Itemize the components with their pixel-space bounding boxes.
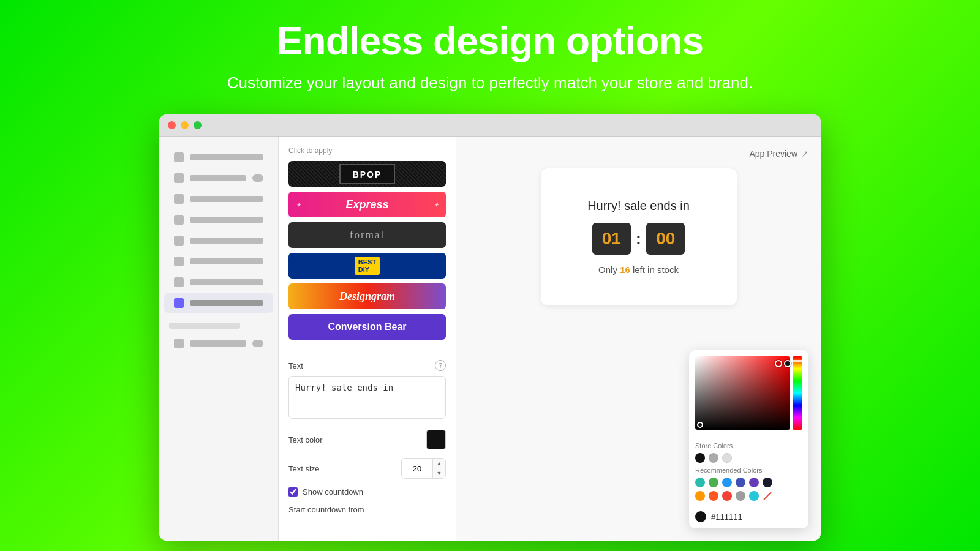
browser-window: Click to apply BPOP Express formal <box>159 114 821 541</box>
countdown-minutes: 00 <box>646 223 685 255</box>
gradient-saturation[interactable] <box>695 356 790 430</box>
recommended-colors-row-1 <box>695 478 802 487</box>
sidebar-label-apps <box>190 300 263 306</box>
sidebar-item-discounts[interactable] <box>164 272 273 292</box>
color-picker-gradient-area[interactable] <box>695 356 802 436</box>
text-size-input[interactable]: 20 <box>402 460 432 477</box>
number-down-arrow[interactable]: ▼ <box>433 468 445 478</box>
stock-prefix: Only <box>598 264 617 275</box>
store-color-black[interactable] <box>695 453 705 463</box>
sidebar-label-analytics <box>190 238 263 244</box>
preview-card: Hurry! sale ends in 01 : 00 Only 16 left… <box>541 168 737 305</box>
rec-color-green[interactable] <box>709 478 718 487</box>
text-size-label: Text size <box>288 464 320 473</box>
color-swatch[interactable] <box>426 430 446 449</box>
click-to-apply-label: Click to apply <box>279 137 456 161</box>
text-field-label: Text ? <box>288 360 446 371</box>
app-preview-link[interactable]: App Preview ↗ <box>749 149 809 159</box>
orders-icon <box>174 173 184 183</box>
rec-color-purple[interactable] <box>749 478 759 487</box>
text-color-label: Text color <box>288 435 323 444</box>
sidebar-label-orders <box>190 175 246 181</box>
svg-line-0 <box>764 492 771 500</box>
browser-titlebar <box>159 114 821 137</box>
discounts-icon <box>174 277 184 287</box>
help-icon[interactable]: ? <box>435 360 446 371</box>
sidebar-item-apps[interactable] <box>164 293 273 313</box>
text-color-row: Text color <box>288 430 446 449</box>
store-colors-label: Store Colors <box>695 442 802 449</box>
sidebar-item-products[interactable] <box>164 189 273 209</box>
store-color-gray[interactable] <box>709 453 718 463</box>
sidebar-label-marketing <box>190 258 263 264</box>
bestdiy-badge: BESTDIY <box>355 257 380 275</box>
bestdiy-logo: BESTDIY <box>288 253 446 279</box>
theme-formal[interactable]: formal <box>288 222 446 248</box>
page-heading: Endless design options <box>277 18 703 64</box>
sidebar-item-online-store[interactable] <box>164 334 273 353</box>
countdown-display: 01 : 00 <box>592 223 685 255</box>
rec-color-teal[interactable] <box>695 478 705 487</box>
hue-indicator <box>791 360 804 362</box>
countdown-hours: 01 <box>592 223 631 255</box>
theme-bestdiy[interactable]: BESTDIY <box>288 253 446 279</box>
hex-input[interactable] <box>711 512 809 522</box>
no-color-icon <box>763 491 772 501</box>
text-size-input-wrap: 20 ▲ ▼ <box>401 458 446 479</box>
sidebar-item-customers[interactable] <box>164 210 273 230</box>
rec-color-indigo[interactable] <box>736 478 745 487</box>
theme-formal-label: formal <box>350 229 385 241</box>
store-colors-row <box>695 453 802 463</box>
show-countdown-row: Show countdown <box>288 487 446 497</box>
text-section: Text ? Hurry! sale ends in Text color Te… <box>279 350 456 524</box>
app-preview-text: App Preview <box>749 149 797 159</box>
hue-slider[interactable] <box>793 356 802 430</box>
gradient-pointer <box>697 422 703 428</box>
color-picker-bottom: Store Colors Recommended Colors <box>689 442 809 528</box>
recommended-colors-row-2 <box>695 491 802 501</box>
preview-title: Hurry! sale ends in <box>587 199 690 213</box>
rec-color-lightgray2[interactable] <box>736 491 745 501</box>
rec-color-deeporange[interactable] <box>709 491 718 501</box>
rec-color-orange[interactable] <box>695 491 705 501</box>
rec-color-blue[interactable] <box>722 478 732 487</box>
sidebar-item-sales[interactable] <box>164 148 273 167</box>
browser-content: Click to apply BPOP Express formal <box>159 137 821 541</box>
text-input[interactable]: Hurry! sale ends in <box>288 376 446 419</box>
middle-panel: Click to apply BPOP Express formal <box>279 137 456 541</box>
theme-conversionbear[interactable]: Conversion Bear <box>288 314 446 340</box>
sidebar-label-products <box>190 196 263 202</box>
page-subheading: Customize your layout and design to perf… <box>227 73 753 92</box>
stock-number: 16 <box>620 264 630 275</box>
sales-icon <box>174 152 184 162</box>
theme-express[interactable]: Express <box>288 192 446 217</box>
show-countdown-label: Show countdown <box>303 487 363 497</box>
rec-color-dark[interactable] <box>763 478 772 487</box>
orders-badge <box>252 174 263 182</box>
external-link-icon: ↗ <box>801 149 809 159</box>
number-up-arrow[interactable]: ▲ <box>433 459 445 468</box>
sidebar-item-orders[interactable] <box>164 168 273 188</box>
sidebar-label-online-store <box>190 340 246 347</box>
countdown-separator: : <box>636 229 641 249</box>
store-color-lightgray[interactable] <box>722 453 732 463</box>
apps-icon <box>174 298 184 308</box>
show-countdown-checkbox[interactable] <box>288 487 298 497</box>
browser-dot-red <box>168 121 176 129</box>
theme-bpop[interactable]: BPOP <box>288 161 446 187</box>
sidebar-section-label <box>169 323 240 329</box>
rec-color-cyan[interactable] <box>749 491 759 501</box>
color-indicators <box>775 360 791 367</box>
sidebar-item-marketing[interactable] <box>164 252 273 271</box>
theme-designgram[interactable]: Designgram <box>288 283 446 309</box>
stock-text: Only 16 left in stock <box>598 264 679 275</box>
hex-input-row: hex <box>695 506 802 522</box>
hex-color-dot <box>695 511 706 522</box>
online-store-icon <box>174 339 184 348</box>
recommended-colors-label: Recommended Colors <box>695 467 802 474</box>
color-picker-panel: Store Colors Recommended Colors <box>689 350 809 528</box>
customers-icon <box>174 215 184 225</box>
rec-color-red[interactable] <box>722 491 732 501</box>
marketing-icon <box>174 257 184 266</box>
sidebar-item-analytics[interactable] <box>164 231 273 250</box>
